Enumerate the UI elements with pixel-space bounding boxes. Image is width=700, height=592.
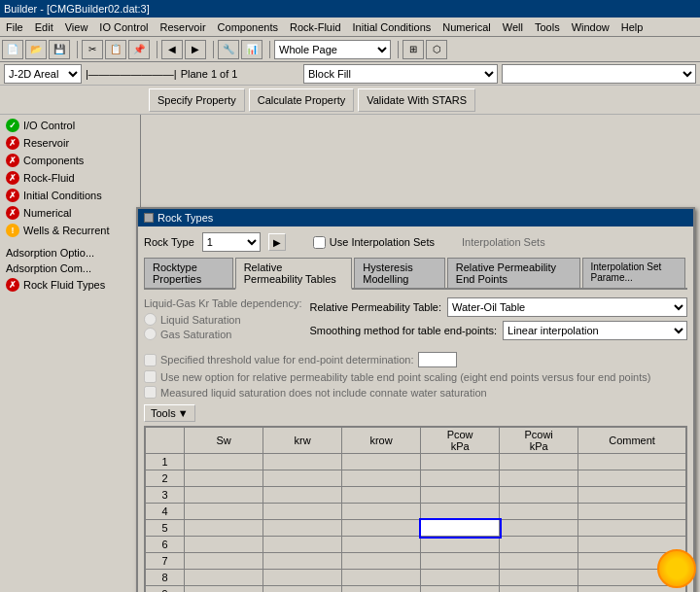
- menu-help[interactable]: Help: [615, 19, 649, 35]
- threshold-input[interactable]: [418, 352, 457, 367]
- cell-r3-c5[interactable]: [578, 487, 686, 504]
- cell-r2-c1[interactable]: [263, 470, 342, 487]
- menu-view[interactable]: View: [59, 19, 94, 35]
- menu-components[interactable]: Components: [212, 19, 284, 35]
- cell-r8-c0[interactable]: [185, 570, 263, 586]
- cell-r5-c4[interactable]: [500, 520, 578, 537]
- use-interpolation-sets-check[interactable]: [313, 236, 326, 249]
- sidebar-item-reservoir[interactable]: ✗ Reservoir: [2, 134, 138, 152]
- cell-r5-c1[interactable]: [263, 520, 342, 537]
- cell-r3-c4[interactable]: [500, 487, 578, 504]
- cell-r2-c0[interactable]: [185, 470, 263, 487]
- cell-r5-c5[interactable]: [578, 520, 686, 537]
- sidebar-item-initial-conditions[interactable]: ✗ Initial Conditions: [2, 187, 138, 204]
- menu-reservoir[interactable]: Reservoir: [155, 19, 212, 35]
- cell-r8-c3[interactable]: [421, 570, 500, 586]
- toolbar-fwd-btn[interactable]: ▶: [185, 40, 206, 59]
- smooth-select[interactable]: Linear interpolation Cubic spline None: [503, 321, 687, 340]
- tab-interpolation-params[interactable]: Interpolation Set Parame...: [582, 258, 686, 288]
- cell-r4-c4[interactable]: [500, 504, 578, 520]
- sidebar-item-components[interactable]: ✗ Components: [2, 152, 138, 169]
- cell-r4-c2[interactable]: [342, 504, 421, 520]
- cell-r9-c1[interactable]: [263, 586, 342, 593]
- cell-r7-c3[interactable]: [421, 553, 500, 570]
- tab-rocktype-properties[interactable]: Rocktype Properties: [144, 258, 233, 288]
- new-option-check[interactable]: [144, 370, 157, 383]
- cell-r7-c1[interactable]: [263, 553, 342, 570]
- menu-rock-fluid[interactable]: Rock-Fluid: [284, 19, 347, 35]
- toolbar-save-btn[interactable]: 💾: [49, 40, 70, 59]
- menu-edit[interactable]: Edit: [29, 19, 59, 35]
- cell-r6-c1[interactable]: [263, 537, 342, 553]
- menu-io-control[interactable]: IO Control: [93, 19, 154, 35]
- toolbar-copy-btn[interactable]: 📋: [105, 40, 126, 59]
- cell-r9-c2[interactable]: [342, 586, 421, 593]
- cell-r8-c2[interactable]: [342, 570, 421, 586]
- cell-r5-c0[interactable]: [185, 520, 263, 537]
- tab-hysteresis[interactable]: Hysteresis Modelling: [354, 258, 444, 288]
- perm-table-select[interactable]: Water-Oil Table Gas Table Water-Gas Tabl…: [447, 297, 687, 317]
- tab-relative-permeability[interactable]: Relative Permeability Tables: [235, 258, 353, 290]
- cell-r2-c3[interactable]: [421, 470, 500, 487]
- cell-r9-c0[interactable]: [185, 586, 263, 593]
- sidebar-item-io-control[interactable]: ✓ I/O Control: [2, 117, 138, 134]
- cell-r5-c2[interactable]: [342, 520, 421, 537]
- cell-r7-c0[interactable]: [185, 553, 263, 570]
- cell-r9-c4[interactable]: [500, 586, 578, 593]
- cell-r1-c3[interactable]: [421, 454, 500, 470]
- menu-window[interactable]: Window: [566, 19, 615, 35]
- cell-r8-c4[interactable]: [500, 570, 578, 586]
- menu-numerical[interactable]: Numerical: [437, 19, 497, 35]
- cell-r1-c1[interactable]: [263, 454, 342, 470]
- validate-btn[interactable]: Validate With STARS: [358, 88, 475, 112]
- toolbar-prop-btn[interactable]: 🔧: [218, 40, 239, 59]
- menu-initial-conditions[interactable]: Initial Conditions: [347, 19, 438, 35]
- toolbar-back-btn[interactable]: ◀: [161, 40, 183, 59]
- specify-property-btn[interactable]: Specify Property: [149, 88, 245, 112]
- block-fill-select[interactable]: Block Fill: [303, 64, 498, 84]
- sidebar-item-rock-fluid-types[interactable]: ✗ Rock Fluid Types: [2, 276, 138, 294]
- menu-tools[interactable]: Tools: [529, 19, 566, 35]
- cell-r1-c5[interactable]: [578, 454, 686, 470]
- toolbar-new-btn[interactable]: 📄: [2, 40, 23, 59]
- cell-r3-c3[interactable]: [421, 487, 500, 504]
- cell-r7-c2[interactable]: [342, 553, 421, 570]
- gas-sat-radio[interactable]: [144, 328, 157, 340]
- toolbar-grid-btn[interactable]: ⊞: [402, 40, 424, 59]
- rock-type-select[interactable]: 1: [202, 232, 261, 252]
- cell-r6-c3[interactable]: [421, 537, 500, 553]
- toolbar-paste-btn[interactable]: 📌: [128, 40, 150, 59]
- page-select[interactable]: Whole Page: [274, 40, 391, 59]
- toolbar-open-btn[interactable]: 📂: [25, 40, 47, 59]
- view-type-select[interactable]: J-2D Areal: [4, 64, 82, 84]
- sidebar-item-adsorption-opt[interactable]: Adsorption Optio...: [2, 245, 138, 261]
- tab-end-points[interactable]: Relative Permeability End Points: [447, 258, 580, 288]
- cell-r3-c1[interactable]: [263, 487, 342, 504]
- cell-r8-c1[interactable]: [263, 570, 342, 586]
- sidebar-item-rock-fluid[interactable]: ✗ Rock-Fluid: [2, 169, 138, 187]
- cell-r6-c2[interactable]: [342, 537, 421, 553]
- calculate-property-btn[interactable]: Calculate Property: [249, 88, 355, 112]
- toolbar-cut-btn[interactable]: ✂: [82, 40, 103, 59]
- property-select[interactable]: [502, 64, 696, 84]
- sidebar-item-wells[interactable]: ! Wells & Recurrent: [2, 222, 138, 239]
- cell-r3-c2[interactable]: [342, 487, 421, 504]
- cell-r4-c0[interactable]: [185, 504, 263, 520]
- rock-type-nav-btn[interactable]: ▶: [268, 233, 286, 251]
- measured-liquid-check[interactable]: [144, 386, 157, 399]
- cell-r5-c3[interactable]: [421, 520, 500, 537]
- cell-r6-c0[interactable]: [185, 537, 263, 553]
- tools-btn[interactable]: Tools ▼: [144, 404, 195, 422]
- cell-r2-c4[interactable]: [500, 470, 578, 487]
- sidebar-item-adsorption-comp[interactable]: Adsorption Com...: [2, 261, 138, 276]
- cell-r7-c4[interactable]: [500, 553, 578, 570]
- cell-r4-c3[interactable]: [421, 504, 500, 520]
- menu-well[interactable]: Well: [497, 19, 529, 35]
- cell-r2-c2[interactable]: [342, 470, 421, 487]
- cell-r1-c2[interactable]: [342, 454, 421, 470]
- cell-r2-c5[interactable]: [578, 470, 686, 487]
- cell-r1-c4[interactable]: [500, 454, 578, 470]
- threshold-check[interactable]: [144, 354, 157, 366]
- toolbar-3d-btn[interactable]: ⬡: [426, 40, 447, 59]
- liquid-sat-radio[interactable]: [144, 313, 157, 326]
